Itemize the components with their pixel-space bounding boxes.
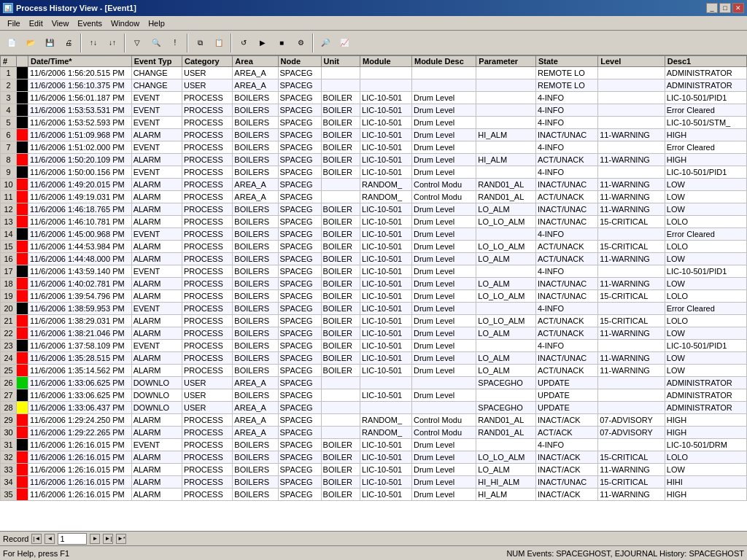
col-datetime[interactable]: Date/Time* (28, 56, 132, 67)
table-row[interactable]: 3011/6/2006 1:29:22.265 PMALARMPROCESSAR… (1, 427, 747, 439)
table-row[interactable]: 2711/6/2006 1:33:06.625 PMDOWNLOUSERBOIL… (1, 389, 747, 402)
table-row[interactable]: 1011/6/2006 1:49:20.015 PMALARMPROCESSAR… (1, 179, 747, 191)
table-row[interactable]: 3411/6/2006 1:26:16.015 PMALARMPROCESSBO… (1, 476, 747, 489)
menu-window[interactable]: Window (107, 18, 144, 29)
print-button[interactable]: 🖨 (60, 34, 77, 52)
cell-node: SPACEG (278, 228, 321, 241)
row-color-cell (17, 439, 28, 451)
first-record-button[interactable]: |◄ (31, 534, 42, 544)
exclaim-button[interactable]: ! (166, 34, 184, 52)
table-row[interactable]: 3211/6/2006 1:26:16.015 PMALARMPROCESSBO… (1, 451, 747, 464)
col-num[interactable]: # (1, 56, 17, 67)
table-row[interactable]: 2211/6/2006 1:38:21.046 PMALARMPROCESSBO… (1, 327, 747, 340)
cell-event-type: EVENT (131, 117, 182, 129)
stop-button[interactable]: ■ (273, 34, 290, 52)
prev-record-button[interactable]: ◄ (44, 534, 55, 544)
record-nav: Record |◄ ◄ ► ►| ►* (0, 531, 747, 545)
cell-parameter (476, 340, 536, 352)
col-level[interactable]: Level (598, 56, 665, 67)
last-record-button[interactable]: ►| (103, 534, 113, 544)
scroll-container[interactable]: # Date/Time* Event Typ Category Area Nod… (0, 55, 747, 531)
zoom-button[interactable]: 🔎 (317, 34, 334, 52)
col-category[interactable]: Category (182, 56, 232, 67)
table-row[interactable]: 611/6/2006 1:51:09.968 PMALARMPROCESSBOI… (1, 129, 747, 141)
col-area[interactable]: Area (233, 56, 278, 67)
record-input[interactable] (58, 533, 87, 545)
window-controls[interactable]: _ □ ✕ (706, 3, 744, 13)
col-module-desc[interactable]: Module Desc (411, 56, 476, 67)
config-button[interactable]: ⚙ (292, 34, 309, 52)
table-row[interactable]: 1811/6/2006 1:40:02.781 PMALARMPROCESSBO… (1, 278, 747, 290)
table-row[interactable]: 1311/6/2006 1:46:10.781 PMALARMPROCESSBO… (1, 216, 747, 228)
table-row[interactable]: 311/6/2006 1:56:01.187 PMEVENTPROCESSBOI… (1, 92, 747, 104)
table-row[interactable]: 1511/6/2006 1:44:53.984 PMALARMPROCESSBO… (1, 241, 747, 253)
col-event-type[interactable]: Event Typ (131, 56, 182, 67)
cell-module-desc (411, 79, 476, 92)
cell-category: PROCESS (182, 290, 232, 303)
cell-datetime: 11/6/2006 1:33:06.625 PM (28, 377, 132, 389)
col-desc1[interactable]: Desc1 (665, 56, 746, 67)
sort-desc-button[interactable]: ↓↑ (104, 34, 121, 52)
table-row[interactable]: 2411/6/2006 1:35:28.515 PMALARMPROCESSBO… (1, 352, 747, 365)
table-row[interactable]: 211/6/2006 1:56:10.375 PMCHANGEUSERAREA_… (1, 79, 747, 92)
table-row[interactable]: 1111/6/2006 1:49:19.031 PMALARMPROCESSAR… (1, 191, 747, 203)
menu-help[interactable]: Help (144, 18, 169, 29)
cell-unit: BOILER (321, 253, 360, 265)
table-row[interactable]: 111/6/2006 1:56:20.515 PMCHANGEUSERAREA_… (1, 67, 747, 79)
new-record-button[interactable]: ►* (116, 534, 126, 544)
col-module[interactable]: Module (360, 56, 412, 67)
minimize-button[interactable]: _ (706, 3, 718, 13)
open-button[interactable]: 📂 (22, 34, 39, 52)
maximize-button[interactable]: □ (719, 3, 731, 13)
menu-view[interactable]: View (47, 18, 74, 29)
table-row[interactable]: 1911/6/2006 1:39:54.796 PMALARMPROCESSBO… (1, 290, 747, 303)
cell-state: REMOTE LO (535, 67, 597, 79)
new-button[interactable]: 📄 (3, 34, 20, 52)
table-row[interactable]: 511/6/2006 1:53:52.593 PMEVENTPROCESSBOI… (1, 117, 747, 129)
play-button[interactable]: ▶ (254, 34, 271, 52)
table-row[interactable]: 1711/6/2006 1:43:59.140 PMEVENTPROCESSBO… (1, 265, 747, 278)
table-row[interactable]: 2511/6/2006 1:35:14.562 PMALARMPROCESSBO… (1, 365, 747, 377)
refresh-button[interactable]: ↺ (235, 34, 252, 52)
menu-events[interactable]: Events (73, 18, 107, 29)
table-row[interactable]: 1211/6/2006 1:46:18.765 PMALARMPROCESSBO… (1, 203, 747, 216)
cell-parameter: LO_LO_ALM (476, 216, 536, 228)
chart-button[interactable]: 📈 (336, 34, 353, 52)
cell-state: INACT/ACK (535, 464, 597, 476)
table-row[interactable]: 711/6/2006 1:51:02.000 PMEVENTPROCESSBOI… (1, 141, 747, 154)
cell-datetime: 11/6/2006 1:26:16.015 PM (28, 439, 132, 451)
cell-level: 11-WARNING (598, 365, 665, 377)
save-button[interactable]: 💾 (41, 34, 58, 52)
table-row[interactable]: 2311/6/2006 1:37:58.109 PMEVENTPROCESSBO… (1, 340, 747, 352)
cell-module-desc: Control Modu (411, 191, 476, 203)
col-parameter[interactable]: Parameter (476, 56, 536, 67)
row-num-cell: 27 (1, 389, 17, 402)
table-row[interactable]: 811/6/2006 1:50:20.109 PMALARMPROCESSBOI… (1, 154, 747, 166)
table-row[interactable]: 1611/6/2006 1:44:48.000 PMALARMPROCESSBO… (1, 253, 747, 265)
next-record-button[interactable]: ► (90, 534, 100, 544)
table-row[interactable]: 2011/6/2006 1:38:59.953 PMEVENTPROCESSBO… (1, 303, 747, 315)
col-color[interactable] (17, 56, 28, 67)
paste-button[interactable]: 📋 (210, 34, 228, 52)
copy-button[interactable]: ⧉ (191, 34, 209, 52)
filter-button[interactable]: ▽ (128, 34, 146, 52)
menu-edit[interactable]: Edit (25, 18, 47, 29)
sort-asc-button[interactable]: ↑↓ (85, 34, 102, 52)
col-unit[interactable]: Unit (321, 56, 360, 67)
table-row[interactable]: 2811/6/2006 1:33:06.437 PMDOWNLOUSERAREA… (1, 402, 747, 414)
table-row[interactable]: 2611/6/2006 1:33:06.625 PMDOWNLOUSERAREA… (1, 377, 747, 389)
cell-category: PROCESS (182, 104, 232, 117)
table-row[interactable]: 2111/6/2006 1:38:29.031 PMALARMPROCESSBO… (1, 315, 747, 327)
col-state[interactable]: State (535, 56, 597, 67)
table-row[interactable]: 2911/6/2006 1:29:24.250 PMALARMPROCESSAR… (1, 414, 747, 427)
table-row[interactable]: 911/6/2006 1:50:00.156 PMEVENTPROCESSBOI… (1, 166, 747, 179)
search-button[interactable]: 🔍 (147, 34, 165, 52)
col-node[interactable]: Node (278, 56, 321, 67)
close-button[interactable]: ✕ (732, 3, 744, 13)
table-row[interactable]: 1411/6/2006 1:45:00.968 PMEVENTPROCESSBO… (1, 228, 747, 241)
table-row[interactable]: 3111/6/2006 1:26:16.015 PMEVENTPROCESSBO… (1, 439, 747, 451)
menu-file[interactable]: File (3, 18, 25, 29)
table-row[interactable]: 3311/6/2006 1:26:16.015 PMALARMPROCESSBO… (1, 464, 747, 476)
table-row[interactable]: 3511/6/2006 1:26:16.015 PMALARMPROCESSBO… (1, 489, 747, 501)
table-row[interactable]: 411/6/2006 1:53:53.531 PMEVENTPROCESSBOI… (1, 104, 747, 117)
